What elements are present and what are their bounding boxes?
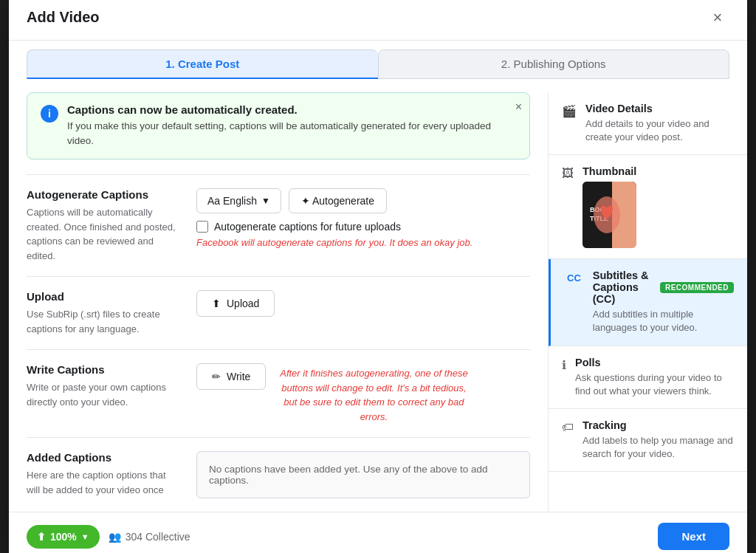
- sidebar-item-thumbnail[interactable]: 🖼 Thumbnail BOOKTITLE: [549, 155, 747, 259]
- group-name: 👥 304 Collective: [109, 531, 190, 543]
- write-section: Write Captions Write or paste your own c…: [27, 349, 530, 437]
- video-details-icon: 🎬: [562, 104, 577, 118]
- video-details-content: Video Details Add details to your video …: [585, 103, 734, 144]
- sidebar-item-video-details[interactable]: 🎬 Video Details Add details to your vide…: [549, 92, 747, 155]
- progress-label: 100%: [50, 531, 77, 543]
- added-controls: No captions have been added yet. Use any…: [196, 451, 530, 498]
- write-row: Write Captions Write or paste your own c…: [27, 363, 530, 424]
- thumbnail-icon: 🖼: [562, 167, 574, 180]
- footer-left: ⬆ 100% ▼ 👥 304 Collective: [27, 525, 190, 549]
- tracking-icon: 🏷: [562, 421, 574, 434]
- cc-icon: CC: [564, 271, 584, 285]
- write-btn-row: ✏ Write After it finishes autogenerating…: [196, 363, 530, 424]
- recommended-badge: RECOMMENDED: [660, 282, 734, 293]
- sidebar-item-subtitles-captions[interactable]: CC Subtitles & Captions (CC) RECOMMENDED…: [549, 259, 747, 346]
- upload-progress-button[interactable]: ⬆ 100% ▼: [27, 525, 100, 549]
- write-description: Write or paste your own captions directl…: [27, 380, 182, 409]
- sidebar: 🎬 Video Details Add details to your vide…: [548, 92, 747, 512]
- thumbnail-content: Thumbnail BOOKTITLE: [583, 165, 636, 248]
- autogenerate-row: Autogenerate Captions Captions will be a…: [27, 188, 530, 263]
- upload-icon: ⬆: [212, 298, 221, 309]
- controls-row: Aa English ▼ ✦ Autogenerate: [196, 188, 530, 213]
- upload-title: Upload: [27, 290, 182, 303]
- subtitles-captions-content: Subtitles & Captions (CC) RECOMMENDED Ad…: [593, 269, 734, 334]
- sidebar-item-tracking[interactable]: 🏷 Tracking Add labels to help you manage…: [549, 409, 747, 472]
- thumbnail-inner: BOOKTITLE: [583, 182, 636, 248]
- modal-footer: ⬆ 100% ▼ 👥 304 Collective Next: [9, 512, 747, 553]
- added-captions-section: Added Captions Here are the caption opti…: [27, 437, 530, 512]
- thumbnail-image: BOOKTITLE: [583, 182, 636, 248]
- autogenerate-section: Autogenerate Captions Captions will be a…: [27, 174, 530, 276]
- autogenerate-controls: Aa English ▼ ✦ Autogenerate Autogenerate…: [196, 188, 530, 248]
- close-button[interactable]: ×: [706, 6, 729, 30]
- banner-text: Captions can now be automatically create…: [67, 103, 518, 149]
- write-hint: After it finishes autogenerating, one of…: [278, 366, 470, 424]
- modal-title: Add Video: [27, 9, 100, 26]
- modal-body: i Captions can now be automatically crea…: [9, 79, 747, 512]
- autogenerate-description: Captions will be automatically created. …: [27, 205, 182, 263]
- write-title: Write Captions: [27, 363, 182, 376]
- main-content: i Captions can now be automatically crea…: [9, 92, 548, 512]
- modal-overlay: Add Video × 1. Create Post 2. Publishing…: [0, 0, 756, 553]
- future-uploads-label[interactable]: Autogenerate captions for future uploads: [214, 221, 401, 233]
- thumbnail-heart-svg: [592, 193, 622, 237]
- added-title: Added Captions: [27, 451, 182, 464]
- upload-label: Upload Use SubRip (.srt) files to create…: [27, 290, 182, 336]
- polls-icon: ℹ: [562, 358, 566, 372]
- group-icon: 👥: [109, 531, 121, 543]
- autogenerate-title: Autogenerate Captions: [27, 188, 182, 201]
- upload-section: Upload Use SubRip (.srt) files to create…: [27, 276, 530, 349]
- future-uploads-row: Autogenerate captions for future uploads: [196, 221, 530, 233]
- chevron-down-icon: ▼: [261, 196, 270, 206]
- banner-close-button[interactable]: ×: [515, 100, 522, 114]
- modal-header: Add Video ×: [9, 0, 747, 41]
- autogenerate-label: Autogenerate Captions Captions will be a…: [27, 188, 182, 263]
- info-banner: i Captions can now be automatically crea…: [27, 92, 530, 160]
- added-row: Added Captions Here are the caption opti…: [27, 451, 530, 498]
- upload-description: Use SubRip (.srt) files to create captio…: [27, 307, 182, 336]
- write-button[interactable]: ✏ Write: [196, 363, 266, 390]
- next-button[interactable]: Next: [658, 523, 729, 550]
- banner-title: Captions can now be automatically create…: [67, 103, 518, 116]
- added-captions-box: No captions have been added yet. Use any…: [196, 451, 530, 498]
- added-description: Here are the caption options that will b…: [27, 468, 182, 497]
- pencil-icon: ✏: [212, 371, 221, 382]
- write-controls: ✏ Write After it finishes autogenerating…: [196, 363, 530, 424]
- polls-content: Polls Ask questions during your video to…: [575, 357, 734, 398]
- upload-button[interactable]: ⬆ Upload: [196, 290, 275, 317]
- autogenerate-hint: Facebook will autogenerate captions for …: [196, 237, 530, 248]
- tab-publishing-options[interactable]: 2. Publishing Options: [378, 49, 730, 79]
- progress-dropdown-icon: ▼: [81, 532, 89, 541]
- add-video-modal: Add Video × 1. Create Post 2. Publishing…: [9, 0, 747, 553]
- upload-row: Upload Use SubRip (.srt) files to create…: [27, 290, 530, 336]
- tab-create-post[interactable]: 1. Create Post: [27, 49, 378, 79]
- group-label: 304 Collective: [126, 531, 190, 543]
- added-label: Added Captions Here are the caption opti…: [27, 451, 182, 497]
- language-button[interactable]: Aa English ▼: [196, 188, 281, 213]
- autogenerate-button[interactable]: ✦ Autogenerate: [289, 188, 387, 213]
- info-icon: i: [41, 105, 58, 123]
- upload-controls: ⬆ Upload: [196, 290, 530, 317]
- tabs-row: 1. Create Post 2. Publishing Options: [9, 41, 747, 79]
- tracking-content: Tracking Add labels to help you manage a…: [583, 419, 734, 461]
- write-label: Write Captions Write or paste your own c…: [27, 363, 182, 409]
- sidebar-item-polls[interactable]: ℹ Polls Ask questions during your video …: [549, 346, 747, 409]
- future-uploads-checkbox[interactable]: [196, 221, 208, 233]
- banner-description: If you make this your default setting, c…: [67, 119, 518, 149]
- upload-arrow-icon: ⬆: [37, 531, 46, 543]
